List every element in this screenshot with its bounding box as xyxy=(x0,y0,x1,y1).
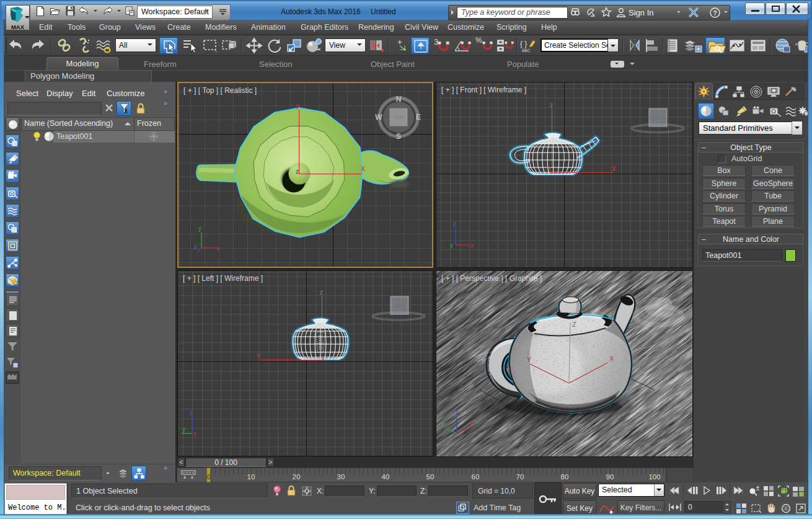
svg-text:N: N xyxy=(396,95,402,104)
svg-text:TOP: TOP xyxy=(394,115,404,120)
svg-text:y: y xyxy=(182,426,185,433)
svg-text:z: z xyxy=(190,409,193,416)
svg-text:{ }: { } xyxy=(520,40,527,48)
svg-text:z: z xyxy=(194,244,197,251)
svg-text:E: E xyxy=(416,113,421,122)
svg-text:Y: Y xyxy=(527,356,532,363)
svg-text:x: x xyxy=(216,245,219,252)
svg-text:X: X xyxy=(609,355,614,362)
svg-text:z: z xyxy=(453,221,456,228)
svg-text:x: x xyxy=(193,430,196,437)
svg-text:Z: Z xyxy=(454,410,458,417)
svg-text:Z: Z xyxy=(572,321,576,328)
svg-text:Y: Y xyxy=(440,422,444,428)
svg-text:?: ? xyxy=(713,9,717,17)
svg-text:y: y xyxy=(198,225,201,232)
svg-text:ABC: ABC xyxy=(522,48,531,53)
svg-text:W: W xyxy=(375,113,382,122)
svg-text:S: S xyxy=(396,132,401,141)
svg-text:x: x xyxy=(470,242,474,249)
svg-text:X: X xyxy=(469,422,473,428)
svg-text:y: y xyxy=(450,242,453,249)
